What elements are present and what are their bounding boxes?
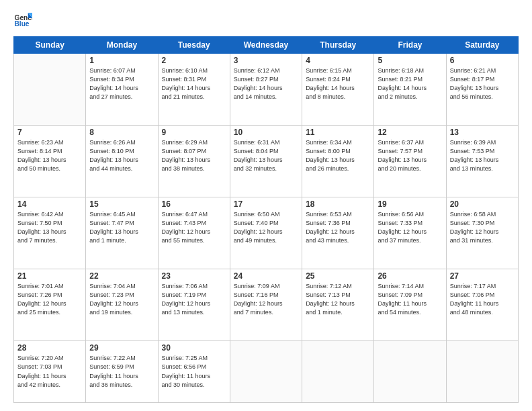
calendar-cell: 14Sunrise: 6:42 AM Sunset: 7:50 PM Dayli…: [14, 197, 86, 269]
calendar-cell: 21Sunrise: 7:01 AM Sunset: 7:26 PM Dayli…: [14, 269, 86, 341]
day-number: 25: [306, 271, 370, 281]
calendar-cell: 3Sunrise: 6:12 AM Sunset: 8:27 PM Daylig…: [230, 54, 302, 126]
day-info: Sunrise: 6:34 AM Sunset: 8:00 PM Dayligh…: [306, 138, 370, 173]
day-info: Sunrise: 7:12 AM Sunset: 7:13 PM Dayligh…: [306, 282, 370, 317]
day-info: Sunrise: 6:26 AM Sunset: 8:10 PM Dayligh…: [89, 138, 154, 173]
day-number: 21: [17, 271, 82, 281]
calendar-cell: 6Sunrise: 6:21 AM Sunset: 8:17 PM Daylig…: [446, 54, 518, 126]
calendar-cell: 7Sunrise: 6:23 AM Sunset: 8:14 PM Daylig…: [14, 126, 86, 197]
day-info: Sunrise: 6:31 AM Sunset: 8:04 PM Dayligh…: [234, 138, 298, 173]
day-number: 12: [378, 128, 442, 137]
calendar-cell: 23Sunrise: 7:06 AM Sunset: 7:19 PM Dayli…: [158, 269, 230, 341]
day-number: 15: [89, 199, 154, 209]
calendar-cell: 29Sunrise: 7:22 AM Sunset: 6:59 PM Dayli…: [86, 341, 158, 403]
calendar-cell: [374, 341, 446, 403]
calendar-cell: 28Sunrise: 7:20 AM Sunset: 7:03 PM Dayli…: [14, 341, 86, 403]
day-number: 3: [234, 56, 298, 65]
day-number: 28: [17, 343, 82, 353]
day-number: 8: [89, 128, 154, 137]
day-number: 2: [162, 56, 226, 65]
weekday-header-saturday: Saturday: [446, 37, 518, 54]
day-number: 22: [89, 271, 154, 281]
day-number: 20: [450, 199, 515, 209]
day-number: 23: [162, 271, 226, 281]
day-number: 30: [162, 343, 226, 353]
day-info: Sunrise: 7:22 AM Sunset: 6:59 PM Dayligh…: [89, 354, 154, 389]
day-info: Sunrise: 6:07 AM Sunset: 8:34 PM Dayligh…: [89, 66, 154, 101]
day-info: Sunrise: 6:29 AM Sunset: 8:07 PM Dayligh…: [162, 138, 226, 173]
header: General Blue: [13, 11, 519, 30]
logo-icon: General Blue: [13, 11, 32, 30]
calendar-cell: 19Sunrise: 6:56 AM Sunset: 7:33 PM Dayli…: [374, 197, 446, 269]
day-info: Sunrise: 6:21 AM Sunset: 8:17 PM Dayligh…: [450, 66, 515, 101]
calendar-cell: 25Sunrise: 7:12 AM Sunset: 7:13 PM Dayli…: [302, 269, 374, 341]
weekday-header-sunday: Sunday: [14, 37, 86, 54]
day-info: Sunrise: 6:50 AM Sunset: 7:40 PM Dayligh…: [234, 210, 298, 245]
calendar-cell: 20Sunrise: 6:58 AM Sunset: 7:30 PM Dayli…: [446, 197, 518, 269]
calendar-cell: 4Sunrise: 6:15 AM Sunset: 8:24 PM Daylig…: [302, 54, 374, 126]
calendar-cell: 12Sunrise: 6:37 AM Sunset: 7:57 PM Dayli…: [374, 126, 446, 197]
calendar-cell: 15Sunrise: 6:45 AM Sunset: 7:47 PM Dayli…: [86, 197, 158, 269]
day-info: Sunrise: 6:53 AM Sunset: 7:36 PM Dayligh…: [306, 210, 370, 245]
day-info: Sunrise: 6:39 AM Sunset: 7:53 PM Dayligh…: [450, 138, 515, 173]
weekday-header-monday: Monday: [86, 37, 158, 54]
day-info: Sunrise: 6:37 AM Sunset: 7:57 PM Dayligh…: [378, 138, 442, 173]
page: General Blue SundayMondayTuesdayWednesda…: [0, 0, 532, 411]
calendar-cell: 26Sunrise: 7:14 AM Sunset: 7:09 PM Dayli…: [374, 269, 446, 341]
day-info: Sunrise: 7:20 AM Sunset: 7:03 PM Dayligh…: [17, 354, 82, 389]
day-info: Sunrise: 6:42 AM Sunset: 7:50 PM Dayligh…: [17, 210, 82, 245]
day-info: Sunrise: 6:23 AM Sunset: 8:14 PM Dayligh…: [17, 138, 82, 173]
day-number: 10: [234, 128, 298, 137]
calendar-cell: 27Sunrise: 7:17 AM Sunset: 7:06 PM Dayli…: [446, 269, 518, 341]
day-number: 11: [306, 128, 370, 137]
day-number: 24: [234, 271, 298, 281]
weekday-header-tuesday: Tuesday: [158, 37, 230, 54]
day-info: Sunrise: 6:45 AM Sunset: 7:47 PM Dayligh…: [89, 210, 154, 245]
calendar-cell: 16Sunrise: 6:47 AM Sunset: 7:43 PM Dayli…: [158, 197, 230, 269]
calendar-cell: [14, 54, 86, 126]
day-number: 1: [89, 56, 154, 65]
calendar-cell: 1Sunrise: 6:07 AM Sunset: 8:34 PM Daylig…: [86, 54, 158, 126]
calendar-cell: 24Sunrise: 7:09 AM Sunset: 7:16 PM Dayli…: [230, 269, 302, 341]
calendar-cell: 5Sunrise: 6:18 AM Sunset: 8:21 PM Daylig…: [374, 54, 446, 126]
day-number: 27: [450, 271, 515, 281]
day-number: 13: [450, 128, 515, 137]
day-number: 18: [306, 199, 370, 209]
calendar-cell: 22Sunrise: 7:04 AM Sunset: 7:23 PM Dayli…: [86, 269, 158, 341]
day-info: Sunrise: 6:10 AM Sunset: 8:31 PM Dayligh…: [162, 66, 226, 101]
day-info: Sunrise: 6:47 AM Sunset: 7:43 PM Dayligh…: [162, 210, 226, 245]
week-row-2: 7Sunrise: 6:23 AM Sunset: 8:14 PM Daylig…: [14, 126, 519, 197]
day-info: Sunrise: 7:17 AM Sunset: 7:06 PM Dayligh…: [450, 282, 515, 317]
day-info: Sunrise: 6:12 AM Sunset: 8:27 PM Dayligh…: [234, 66, 298, 101]
day-number: 16: [162, 199, 226, 209]
day-number: 4: [306, 56, 370, 65]
calendar-cell: [230, 341, 302, 403]
day-number: 6: [450, 56, 515, 65]
weekday-header-friday: Friday: [374, 37, 446, 54]
day-number: 19: [378, 199, 442, 209]
calendar-cell: 10Sunrise: 6:31 AM Sunset: 8:04 PM Dayli…: [230, 126, 302, 197]
calendar-cell: 13Sunrise: 6:39 AM Sunset: 7:53 PM Dayli…: [446, 126, 518, 197]
day-number: 7: [17, 128, 82, 137]
calendar-cell: 17Sunrise: 6:50 AM Sunset: 7:40 PM Dayli…: [230, 197, 302, 269]
day-info: Sunrise: 7:25 AM Sunset: 6:56 PM Dayligh…: [162, 354, 226, 389]
day-number: 14: [17, 199, 82, 209]
calendar-cell: 30Sunrise: 7:25 AM Sunset: 6:56 PM Dayli…: [158, 341, 230, 403]
day-number: 26: [378, 271, 442, 281]
day-number: 5: [378, 56, 442, 65]
calendar-table: SundayMondayTuesdayWednesdayThursdayFrid…: [13, 36, 519, 403]
calendar-cell: [446, 341, 518, 403]
day-number: 17: [234, 199, 298, 209]
calendar-cell: [302, 341, 374, 403]
day-info: Sunrise: 6:18 AM Sunset: 8:21 PM Dayligh…: [378, 66, 442, 101]
calendar-cell: 9Sunrise: 6:29 AM Sunset: 8:07 PM Daylig…: [158, 126, 230, 197]
week-row-3: 14Sunrise: 6:42 AM Sunset: 7:50 PM Dayli…: [14, 197, 519, 269]
weekday-header-thursday: Thursday: [302, 37, 374, 54]
day-info: Sunrise: 7:09 AM Sunset: 7:16 PM Dayligh…: [234, 282, 298, 317]
day-info: Sunrise: 7:01 AM Sunset: 7:26 PM Dayligh…: [17, 282, 82, 317]
day-info: Sunrise: 7:14 AM Sunset: 7:09 PM Dayligh…: [378, 282, 442, 317]
day-info: Sunrise: 7:04 AM Sunset: 7:23 PM Dayligh…: [89, 282, 154, 317]
weekday-header-row: SundayMondayTuesdayWednesdayThursdayFrid…: [14, 37, 519, 54]
calendar-cell: 8Sunrise: 6:26 AM Sunset: 8:10 PM Daylig…: [86, 126, 158, 197]
day-info: Sunrise: 6:15 AM Sunset: 8:24 PM Dayligh…: [306, 66, 370, 101]
